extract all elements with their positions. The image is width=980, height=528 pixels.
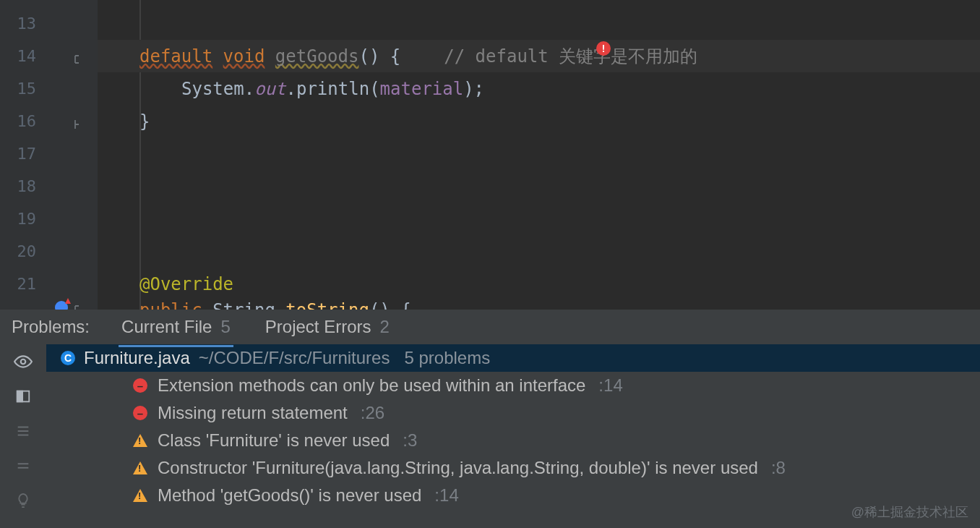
code-text: . <box>286 79 296 99</box>
problems-toolbar <box>0 344 46 528</box>
problems-panel: Problems: Current File 5 Project Errors … <box>0 310 980 528</box>
problem-item[interactable]: – Missing return statement :26 <box>46 399 980 427</box>
problem-item[interactable]: – Extension methods can only be used wit… <box>46 372 980 399</box>
tab-current-file[interactable]: Current File 5 <box>119 310 233 344</box>
keyword: default <box>139 46 212 67</box>
problem-text: Missing return statement <box>158 403 348 423</box>
eye-icon[interactable] <box>13 352 33 372</box>
svg-point-0 <box>21 359 26 365</box>
problem-text: Method 'getGoods()' is never used <box>158 485 421 506</box>
keyword: void <box>223 46 265 67</box>
bulb-icon[interactable] <box>13 490 33 511</box>
problem-line: :3 <box>403 430 417 451</box>
problem-line: :14 <box>434 485 458 506</box>
annotation: @Override <box>139 274 233 294</box>
problem-file-row[interactable]: C Furniture.java ~/CODE/F/src/Furnitures… <box>46 344 980 372</box>
line-number: 21 <box>0 275 42 293</box>
code-text: System. <box>181 79 254 99</box>
method-name: toString <box>285 300 369 310</box>
code-line[interactable] <box>98 235 980 268</box>
line-number: 13 <box>0 14 42 33</box>
method-name: getGoods <box>275 46 359 67</box>
override-gutter-icon[interactable] <box>55 301 68 310</box>
error-icon: – <box>133 406 147 420</box>
comment: // default 关键字是不用加的 <box>444 45 697 68</box>
problems-tabs: Problems: Current File 5 Project Errors … <box>0 310 980 344</box>
code-line[interactable]: default void getGoods () { // default 关键… <box>98 40 980 72</box>
watermark: @稀土掘金技术社区 <box>851 503 968 521</box>
problem-line: :26 <box>361 403 384 423</box>
tab-count: 2 <box>379 317 389 337</box>
problem-line: :8 <box>771 458 786 478</box>
file-name: Furniture.java <box>84 348 190 368</box>
line-number: 16 <box>0 112 42 130</box>
problem-item[interactable]: Constructor 'Furniture(java.lang.String,… <box>46 454 980 482</box>
problems-label: Problems: <box>12 317 90 337</box>
tab-label: Project Errors <box>265 317 371 337</box>
problem-count: 5 problems <box>404 348 490 368</box>
code-line[interactable] <box>98 137 980 170</box>
method-call: println <box>296 79 369 99</box>
code-line[interactable] <box>98 203 980 235</box>
warning-icon <box>133 434 147 447</box>
field: material <box>380 79 464 99</box>
error-icon: – <box>133 378 147 393</box>
line-number: 17 <box>0 145 42 163</box>
code-line[interactable]: public String toString () { <box>98 300 980 310</box>
tab-project-errors[interactable]: Project Errors 2 <box>262 310 392 344</box>
code-text: ); <box>463 79 484 99</box>
code-line[interactable]: } <box>98 105 980 137</box>
code-line[interactable] <box>98 170 980 203</box>
fold-close-icon[interactable] <box>72 116 84 127</box>
field: out <box>254 79 285 99</box>
fold-open-icon[interactable] <box>72 301 84 310</box>
keyword: public <box>139 300 202 310</box>
editor-area: 13 14 15 16 17 18 19 20 21 <box>0 0 980 310</box>
code-line[interactable]: @Override <box>98 268 980 300</box>
problem-text: Constructor 'Furniture(java.lang.String,… <box>158 458 758 478</box>
class-file-icon: C <box>61 351 75 365</box>
problem-line: :14 <box>598 375 622 396</box>
type: String <box>212 300 275 310</box>
problems-body: C Furniture.java ~/CODE/F/src/Furnitures… <box>0 344 980 528</box>
code-line[interactable] <box>98 7 980 40</box>
warning-icon <box>133 461 147 474</box>
code-area[interactable]: default void getGoods () { // default 关键… <box>98 0 980 310</box>
line-number: 15 <box>0 80 42 98</box>
svg-rect-2 <box>17 391 22 402</box>
problem-text: Extension methods can only be used withi… <box>158 375 585 396</box>
error-inline-icon[interactable]: ! <box>596 41 611 56</box>
line-number: 19 <box>0 210 42 228</box>
warning-icon <box>133 489 147 502</box>
gutter: 13 14 15 16 17 18 19 20 21 <box>0 0 98 310</box>
problem-text: Class 'Furniture' is never used <box>158 430 390 451</box>
line-number: 20 <box>0 242 42 260</box>
code-text: () { <box>358 46 400 67</box>
fold-open-icon[interactable] <box>72 51 84 62</box>
layout-icon[interactable] <box>13 386 33 406</box>
line-number: 14 <box>0 47 42 65</box>
problem-item[interactable]: Method 'getGoods()' is never used :14 <box>46 482 980 509</box>
line-number: 18 <box>0 177 42 195</box>
code-line[interactable]: System.out.println(material); <box>98 72 980 105</box>
tab-label: Current File <box>121 317 212 337</box>
code-text: ( <box>369 79 379 99</box>
code-text: } <box>139 111 150 132</box>
problem-item[interactable]: Class 'Furniture' is never used :3 <box>46 427 980 454</box>
collapse-icon[interactable] <box>13 456 33 476</box>
tab-count: 5 <box>220 317 230 337</box>
expand-icon[interactable] <box>13 421 33 441</box>
problems-list[interactable]: C Furniture.java ~/CODE/F/src/Furnitures… <box>46 344 980 528</box>
code-text: () { <box>369 300 411 310</box>
file-path: ~/CODE/F/src/Furnitures <box>199 348 390 368</box>
